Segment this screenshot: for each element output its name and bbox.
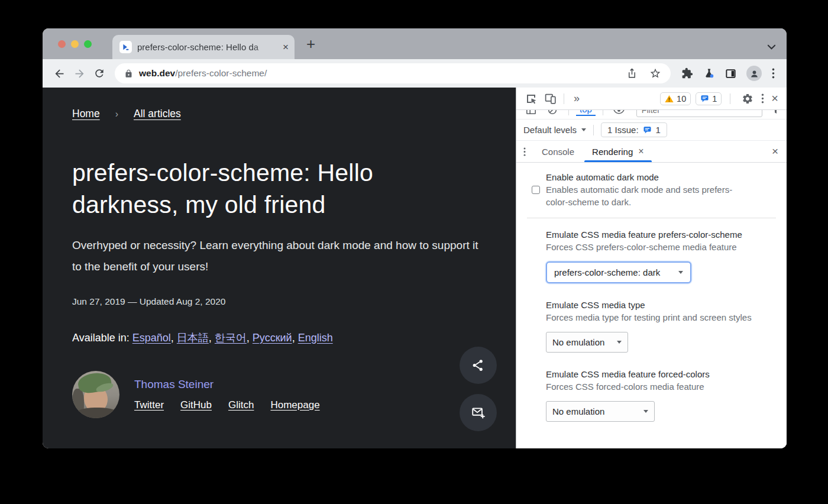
console-levels-row: Default levels 1 Issue: 1 bbox=[516, 119, 787, 141]
tab-close-icon[interactable]: × bbox=[283, 41, 289, 53]
console-sidebar-icon[interactable] bbox=[522, 110, 540, 118]
forced-colors-section: Emulate CSS media feature forced-colors … bbox=[516, 358, 787, 428]
address-bar[interactable]: web.dev/prefers-color-scheme/ bbox=[115, 63, 671, 83]
tab-rendering-label: Rendering bbox=[592, 147, 633, 157]
tab-rendering[interactable]: Rendering × bbox=[583, 141, 653, 162]
live-expression-eye-icon[interactable] bbox=[610, 110, 628, 118]
prefers-color-scheme-desc: Forces CSS prefers-color-scheme media fe… bbox=[546, 241, 747, 253]
author-block: Thomas Steiner Twitter GitHub Glitch Hom… bbox=[72, 371, 516, 418]
tab-search-chevron-icon[interactable] bbox=[767, 42, 776, 53]
browser-menu-kebab-icon[interactable] bbox=[772, 68, 775, 79]
forced-colors-desc: Forces CSS forced-colors media feature bbox=[546, 380, 777, 393]
warning-count: 10 bbox=[677, 94, 686, 104]
drawer-tab-bar: Console Rendering × × bbox=[516, 141, 787, 163]
chat-bubble-icon bbox=[700, 94, 709, 103]
issue-label: 1 Issue: bbox=[607, 125, 639, 135]
media-type-section: Emulate CSS media type Forces media type… bbox=[516, 289, 787, 358]
more-tabs-chevrons[interactable]: » bbox=[569, 92, 584, 105]
share-icon[interactable] bbox=[626, 68, 638, 79]
breadcrumb-home-link[interactable]: Home bbox=[72, 108, 100, 120]
console-context-selector[interactable]: top bbox=[576, 110, 596, 116]
console-filter-input[interactable] bbox=[636, 110, 762, 117]
forward-button[interactable] bbox=[70, 63, 89, 83]
devtools-settings-gear-icon[interactable] bbox=[739, 91, 756, 106]
prefers-color-scheme-title: Emulate CSS media feature prefers-color-… bbox=[546, 228, 747, 241]
new-tab-button[interactable]: + bbox=[306, 35, 315, 53]
default-levels-label: Default levels bbox=[523, 125, 577, 135]
media-type-value: No emulation bbox=[552, 336, 604, 348]
close-window-button[interactable] bbox=[58, 40, 66, 48]
console-toolbar-clipped: top bbox=[516, 110, 787, 119]
forced-colors-select[interactable]: No emulation bbox=[546, 401, 655, 422]
auto-dark-mode-title: Enable automatic dark mode bbox=[546, 171, 754, 183]
bookmark-star-icon[interactable] bbox=[649, 67, 661, 79]
tab-rendering-close-icon[interactable]: × bbox=[638, 146, 643, 157]
author-name[interactable]: Thomas Steiner bbox=[134, 378, 320, 391]
inspect-element-icon[interactable] bbox=[522, 91, 540, 106]
device-toolbar-icon[interactable] bbox=[541, 91, 559, 106]
browser-toolbar: web.dev/prefers-color-scheme/ bbox=[43, 59, 787, 88]
toolbar-extensions-area bbox=[677, 66, 780, 81]
author-link-glitch[interactable]: Glitch bbox=[228, 399, 254, 411]
devtools-panel: » 10 1 × bbox=[516, 88, 787, 448]
available-in-label: Available in: bbox=[72, 332, 130, 344]
devtools-menu-kebab-icon[interactable] bbox=[761, 93, 764, 104]
labs-flask-icon[interactable] bbox=[703, 67, 715, 79]
lang-link-japanese[interactable]: 日本語 bbox=[177, 332, 209, 344]
newsletter-fab-button[interactable] bbox=[460, 394, 497, 431]
breadcrumb-articles-link[interactable]: All articles bbox=[134, 108, 181, 120]
breadcrumb-chevron-icon: › bbox=[115, 109, 118, 119]
lang-link-english[interactable]: English bbox=[298, 332, 333, 344]
chevron-down-icon bbox=[581, 128, 586, 131]
address-bar-actions bbox=[626, 67, 661, 79]
url-path: /prefers-color-scheme/ bbox=[175, 68, 267, 78]
tab-console[interactable]: Console bbox=[533, 141, 583, 162]
webdev-favicon-icon bbox=[119, 41, 132, 53]
default-levels-dropdown[interactable]: Default levels bbox=[523, 125, 586, 135]
prefers-color-scheme-section: Emulate CSS media feature prefers-color-… bbox=[516, 218, 787, 289]
author-link-github[interactable]: GitHub bbox=[180, 399, 212, 411]
breadcrumb: Home › All articles bbox=[72, 108, 516, 120]
browser-window: prefers-color-scheme: Hello da × + web.d… bbox=[43, 28, 787, 448]
back-button[interactable] bbox=[50, 63, 69, 83]
auto-dark-mode-checkbox[interactable] bbox=[532, 186, 540, 194]
author-link-homepage[interactable]: Homepage bbox=[270, 399, 319, 411]
forced-colors-value: No emulation bbox=[552, 405, 604, 418]
lang-link-espanol[interactable]: Español bbox=[132, 332, 171, 344]
article-subtitle: Overhyped or necessity? Learn everything… bbox=[72, 235, 486, 277]
author-link-twitter[interactable]: Twitter bbox=[134, 399, 164, 411]
clear-console-icon[interactable] bbox=[544, 110, 561, 118]
browser-tab[interactable]: prefers-color-scheme: Hello da × bbox=[112, 35, 295, 59]
issues-button[interactable]: 1 Issue: 1 bbox=[601, 122, 667, 137]
warning-triangle-icon bbox=[665, 95, 674, 103]
drawer-close-icon[interactable]: × bbox=[764, 145, 787, 158]
tab-strip: prefers-color-scheme: Hello da × + bbox=[43, 28, 787, 59]
zoom-window-button[interactable] bbox=[84, 40, 92, 48]
warnings-badge[interactable]: 10 bbox=[660, 92, 691, 105]
article-date: Jun 27, 2019 — Updated Aug 2, 2020 bbox=[72, 296, 516, 307]
lang-link-korean[interactable]: 한국어 bbox=[215, 332, 247, 344]
media-type-select[interactable]: No emulation bbox=[546, 332, 628, 353]
tab-title: prefers-color-scheme: Hello da bbox=[137, 42, 280, 52]
drawer-menu-kebab-icon[interactable] bbox=[516, 147, 533, 156]
minimize-window-button[interactable] bbox=[71, 40, 79, 48]
share-nodes-icon bbox=[471, 358, 486, 373]
prefers-color-scheme-value: prefers-color-scheme: dark bbox=[554, 266, 660, 279]
filter-funnel-icon[interactable] bbox=[771, 110, 781, 115]
prefers-color-scheme-select[interactable]: prefers-color-scheme: dark bbox=[546, 261, 691, 283]
article-title: prefers-color-scheme: Hello darkness, my… bbox=[72, 157, 421, 221]
chevron-down-icon bbox=[678, 271, 683, 274]
media-type-title: Emulate CSS media type bbox=[546, 299, 756, 311]
extensions-puzzle-icon[interactable] bbox=[681, 67, 693, 79]
reload-button[interactable] bbox=[90, 63, 109, 83]
profile-avatar[interactable] bbox=[746, 66, 762, 81]
share-fab-button[interactable] bbox=[460, 347, 497, 384]
messages-badge[interactable]: 1 bbox=[696, 92, 722, 105]
devtools-close-icon[interactable]: × bbox=[769, 92, 781, 105]
chevron-down-icon bbox=[643, 410, 648, 413]
url-domain: web.dev bbox=[139, 68, 175, 78]
lang-link-russian[interactable]: Русский bbox=[253, 332, 292, 344]
article-page: Home › All articles prefers-color-scheme… bbox=[43, 88, 516, 448]
chat-bubble-icon bbox=[643, 125, 652, 134]
side-panel-icon[interactable] bbox=[725, 68, 736, 79]
